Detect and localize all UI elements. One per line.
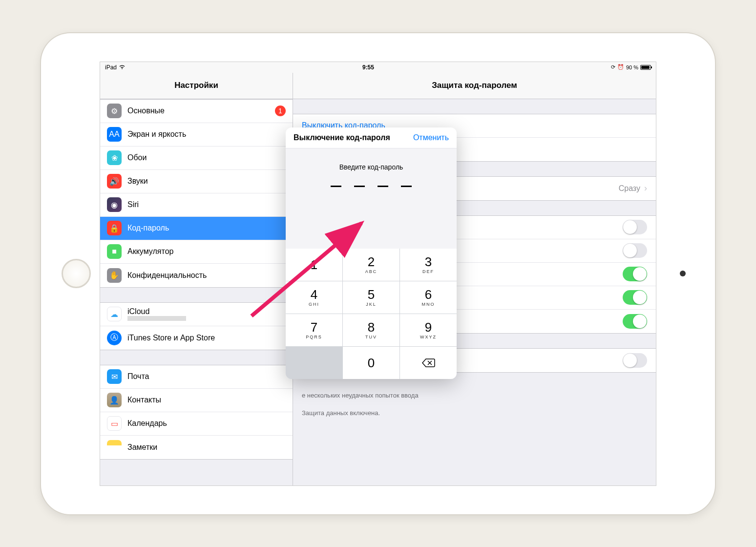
key-8[interactable]: 8TUV [343,314,399,346]
key-6[interactable]: 6MNO [400,281,457,314]
sidebar-item-label: Почта [127,372,286,381]
key-0[interactable]: 0 [343,347,399,379]
icloud-icon: ☁︎ [107,307,122,321]
sidebar-item-notes[interactable]: ≡Заметки [100,436,293,459]
contacts-icon: 👤 [107,393,122,407]
sidebar-item-sounds[interactable]: 🔊Звуки [100,170,293,193]
sidebar-item-lock[interactable]: 🔒Код-пароль [100,217,293,240]
notes-icon: ≡ [107,440,122,455]
require-value: Сразу [619,184,640,193]
detail-title: Защита код-паролем [293,73,656,99]
key-9[interactable]: 9WXYZ [400,314,457,346]
display-icon: AA [107,127,122,142]
passcode-modal: Выключение код-пароля Отменить Введите к… [286,127,457,379]
sidebar-item-wallpaper[interactable]: ❀Обои [100,147,293,170]
toggle-4[interactable] [623,314,647,329]
sidebar-item-privacy[interactable]: ✋Конфиденциальность [100,264,293,287]
general-icon: ⚙︎ [107,104,122,118]
sidebar-item-contacts[interactable]: 👤Контакты [100,389,293,412]
key-3[interactable]: 3DEF [400,249,457,281]
chevron-right-icon: › [644,183,647,193]
sidebar-title: Настройки [100,73,293,99]
siri-icon: ◉ [107,197,122,212]
sidebar-item-label: Аккумулятор [127,247,286,256]
settings-sidebar: Настройки ⚙︎Основные1AAЭкран и яркость❀О… [100,73,293,485]
itunes-icon: Ⓐ [107,331,122,345]
alarm-icon: ⏰ [617,64,624,70]
battery-icon [640,65,651,70]
keypad-blank [286,347,342,379]
clock: 9:55 [362,64,374,71]
toggle-0[interactable] [623,220,647,234]
device-label: iPad [105,64,117,71]
sidebar-item-label: iTunes Store и App Store [127,334,286,342]
sidebar-item-icloud[interactable]: ☁︎iCloud [100,303,293,326]
privacy-icon: ✋ [107,268,122,283]
sidebar-item-label: iCloud [127,307,286,316]
sidebar-item-label: Обои [127,153,286,162]
cancel-button[interactable]: Отменить [413,133,449,142]
modal-prompt: Введите код-пароль [286,163,457,171]
mail-icon: ✉︎ [107,369,122,384]
badge: 1 [275,105,286,116]
toggle-2[interactable] [623,267,647,281]
sidebar-item-siri[interactable]: ◉Siri [100,193,293,217]
key-2[interactable]: 2ABC [343,249,399,281]
sidebar-item-label: Конфиденциальность [127,271,286,280]
erase-toggle[interactable] [623,353,647,368]
key-1[interactable]: 1 [286,249,342,281]
home-button[interactable] [62,259,91,288]
erase-footer: е нескольких неудачных попыток ввода Защ… [293,387,656,428]
orientation-lock-icon: ⟳ [611,64,615,70]
battery-pct: 90 % [626,64,638,70]
sidebar-item-label: Экран и яркость [127,130,286,139]
sidebar-item-label: Звуки [127,177,286,186]
screen: iPad 9:55 ⟳ ⏰ 90 % Настройки ⚙︎Основные1… [100,62,656,486]
sidebar-item-battery[interactable]: ■Аккумулятор [100,240,293,264]
sidebar-item-mail[interactable]: ✉︎Почта [100,365,293,389]
backspace-key[interactable] [400,347,457,379]
sidebar-item-itunes[interactable]: ⒶiTunes Store и App Store [100,326,293,350]
sidebar-item-label: Код-пароль [127,224,286,232]
sidebar-item-label: Основные [127,106,275,115]
calendar-icon: ▭ [107,416,122,431]
ipad-frame: iPad 9:55 ⟳ ⏰ 90 % Настройки ⚙︎Основные1… [41,33,715,514]
sidebar-item-label: Календарь [127,419,286,428]
sounds-icon: 🔊 [107,174,122,189]
wallpaper-icon: ❀ [107,150,122,165]
battery-icon: ■ [107,244,122,259]
toggle-3[interactable] [623,290,647,305]
sidebar-item-label: Siri [127,200,286,209]
sidebar-item-label: Контакты [127,396,286,404]
numeric-keypad: 12ABC3DEF4GHI5JKL6MNO7PQRS8TUV9WXYZ0 [286,249,457,379]
sidebar-item-general[interactable]: ⚙︎Основные1 [100,100,293,123]
key-7[interactable]: 7PQRS [286,314,342,346]
key-4[interactable]: 4GHI [286,281,342,314]
sidebar-item-display[interactable]: AAЭкран и яркость [100,123,293,147]
sidebar-item-calendar[interactable]: ▭Календарь [100,412,293,436]
toggle-1[interactable] [623,243,647,258]
key-5[interactable]: 5JKL [343,281,399,314]
front-camera [680,271,686,276]
lock-icon: 🔒 [107,221,122,235]
modal-title: Выключение код-пароля [294,133,390,142]
wifi-icon [119,64,126,71]
sidebar-item-label: Заметки [127,443,286,452]
pin-input [286,186,457,187]
status-bar: iPad 9:55 ⟳ ⏰ 90 % [100,62,656,73]
